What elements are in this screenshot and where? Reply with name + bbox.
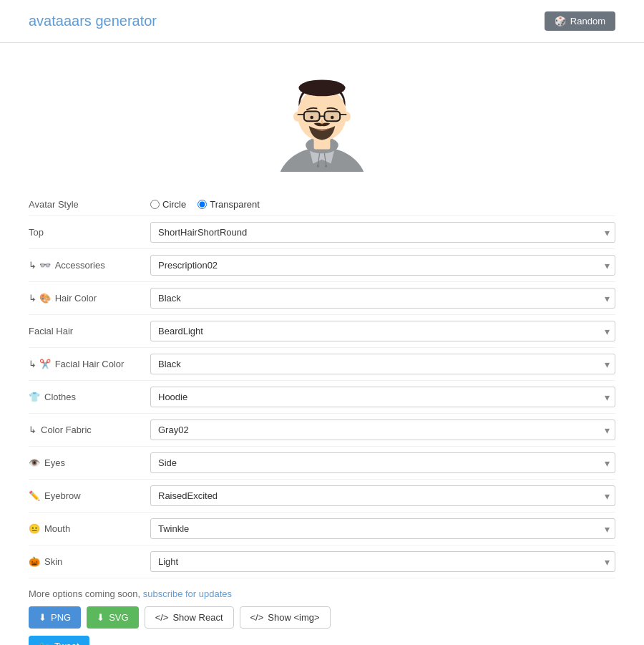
- app-title: avataaars generator: [29, 13, 157, 29]
- hair-color-icon: ↳ 🎨: [29, 293, 51, 304]
- eyebrow-select[interactable]: RaisedExcited Angry AngryNatural Default…: [150, 485, 615, 506]
- facial-hair-select[interactable]: BeardLight Blank BeardMajestic BeardMedi…: [150, 321, 615, 341]
- eyebrow-select-wrapper: RaisedExcited Angry AngryNatural Default…: [150, 485, 615, 506]
- skin-icon: 🎃: [29, 556, 40, 567]
- accessories-label: ↳ 👓 Accessories: [29, 260, 150, 271]
- top-select[interactable]: ShortHairShortRound LongHairBob Hat Hija…: [150, 222, 615, 243]
- skin-row: 🎃 Skin Light Black Brown DarkBrown Pale …: [29, 545, 615, 578]
- clothes-label: 👕 Clothes: [29, 392, 150, 402]
- action-buttons: ⬇ PNG ⬇ SVG </> Show React </> Show <img…: [29, 606, 615, 629]
- dice-icon: 🎲: [555, 16, 566, 26]
- facial-hair-color-row: ↳ ✂️ Facial Hair Color Black Auburn Blon…: [29, 348, 615, 381]
- code-img-icon: </>: [250, 612, 264, 623]
- avatar-display: [265, 57, 379, 172]
- color-fabric-row: ↳ Color Fabric Gray02 Black Blue01 Blue0…: [29, 414, 615, 447]
- svg-point-8: [293, 112, 301, 122]
- hair-color-label: ↳ 🎨 Hair Color: [29, 293, 150, 304]
- download-png-icon: ⬇: [39, 612, 47, 623]
- twitter-icon: 🐦: [39, 641, 50, 645]
- eyes-select-wrapper: Side Close Cry Default Dizzy EyeRoll Hap…: [150, 452, 615, 473]
- subscribe-link[interactable]: subscribe for updates: [143, 588, 232, 599]
- clothes-icon: 👕: [29, 392, 40, 402]
- top-select-wrapper: ShortHairShortRound LongHairBob Hat Hija…: [150, 222, 615, 243]
- code-react-icon: </>: [155, 612, 169, 623]
- avatar-preview-area: [29, 57, 615, 172]
- facial-hair-label: Facial Hair: [29, 326, 150, 336]
- clothes-select-wrapper: Hoodie BlazerShirt BlazerSweater CollarS…: [150, 387, 615, 407]
- svg-point-3: [317, 165, 319, 167]
- top-label: Top: [29, 227, 150, 238]
- color-fabric-label: ↳ Color Fabric: [29, 425, 150, 435]
- random-button[interactable]: 🎲 Random: [545, 11, 615, 31]
- color-fabric-select[interactable]: Gray02 Black Blue01 Blue02 Gray01 Heathe…: [150, 420, 615, 440]
- eyebrow-label: ✏️ Eyebrow: [29, 490, 150, 501]
- eyes-label: 👁️ Eyes: [29, 457, 150, 468]
- top-row: Top ShortHairShortRound LongHairBob Hat …: [29, 216, 615, 249]
- facial-hair-color-select[interactable]: Black Auburn Blonde Brown Red: [150, 354, 615, 374]
- mouth-icon: 😐: [29, 523, 40, 534]
- color-fabric-select-wrapper: Gray02 Black Blue01 Blue02 Gray01 Heathe…: [150, 420, 615, 440]
- svg-button[interactable]: ⬇ SVG: [87, 606, 138, 629]
- eyebrow-row: ✏️ Eyebrow RaisedExcited Angry AngryNatu…: [29, 480, 615, 513]
- facial-hair-select-wrapper: BeardLight Blank BeardMajestic BeardMedi…: [150, 321, 615, 341]
- avatar-style-input: Circle Transparent: [150, 199, 615, 210]
- clothes-row: 👕 Clothes Hoodie BlazerShirt BlazerSweat…: [29, 381, 615, 414]
- scissors-icon: ↳ ✂️: [29, 359, 51, 369]
- hair-color-row: ↳ 🎨 Hair Color Black Auburn Blonde Brown…: [29, 282, 615, 315]
- eyes-row: 👁️ Eyes Side Close Cry Default Dizzy Eye…: [29, 447, 615, 480]
- accessories-select-wrapper: Prescription02 Blank Kurt Prescription01…: [150, 255, 615, 276]
- transparent-radio-label[interactable]: Transparent: [197, 199, 260, 210]
- accessories-select[interactable]: Prescription02 Blank Kurt Prescription01…: [150, 255, 615, 276]
- svg-point-9: [343, 112, 351, 122]
- avatar-style-row: Avatar Style Circle Transparent: [29, 193, 615, 216]
- facial-hair-row: Facial Hair BeardLight Blank BeardMajest…: [29, 315, 615, 348]
- pencil-icon: ✏️: [29, 490, 40, 501]
- controls-section: Avatar Style Circle Transparent Top Shor…: [29, 193, 615, 578]
- transparent-label: Transparent: [210, 199, 260, 210]
- download-svg-icon: ⬇: [97, 612, 104, 623]
- eyes-icon: 👁️: [29, 457, 40, 468]
- show-react-button[interactable]: </> Show React: [145, 606, 234, 629]
- facial-hair-color-select-wrapper: Black Auburn Blonde Brown Red: [150, 354, 615, 374]
- svg-point-7: [298, 79, 345, 96]
- color-fabric-icon: ↳: [29, 425, 36, 435]
- mouth-select[interactable]: Twinkle Default Disbelief Eating Grimace…: [150, 518, 615, 539]
- accessories-row: ↳ 👓 Accessories Prescription02 Blank Kur…: [29, 249, 615, 282]
- tweet-button-row: 🐦 Tweet: [29, 636, 615, 645]
- hair-color-select-wrapper: Black Auburn Blonde Brown Red: [150, 288, 615, 309]
- options-text: More options coming soon, subscribe for …: [29, 588, 615, 599]
- show-img-button[interactable]: </> Show <img>: [240, 606, 331, 629]
- circle-radio[interactable]: [150, 200, 160, 209]
- skin-select[interactable]: Light Black Brown DarkBrown Pale Tanned …: [150, 551, 615, 572]
- clothes-select[interactable]: Hoodie BlazerShirt BlazerSweater CollarS…: [150, 387, 615, 407]
- circle-radio-label[interactable]: Circle: [150, 199, 186, 210]
- mouth-select-wrapper: Twinkle Default Disbelief Eating Grimace…: [150, 518, 615, 539]
- tweet-button[interactable]: 🐦 Tweet: [29, 636, 89, 645]
- hair-color-select[interactable]: Black Auburn Blonde Brown Red: [150, 288, 615, 309]
- transparent-radio[interactable]: [197, 200, 207, 209]
- skin-select-wrapper: Light Black Brown DarkBrown Pale Tanned …: [150, 551, 615, 572]
- circle-label: Circle: [162, 199, 186, 210]
- accessories-icon: ↳ 👓: [29, 260, 51, 271]
- png-button[interactable]: ⬇ PNG: [29, 606, 81, 629]
- skin-label: 🎃 Skin: [29, 556, 150, 567]
- facial-hair-color-label: ↳ ✂️ Facial Hair Color: [29, 359, 150, 369]
- svg-point-18: [331, 116, 334, 120]
- svg-point-4: [325, 165, 327, 167]
- mouth-label: 😐 Mouth: [29, 523, 150, 534]
- eyes-select[interactable]: Side Close Cry Default Dizzy EyeRoll Hap…: [150, 452, 615, 473]
- mouth-row: 😐 Mouth Twinkle Default Disbelief Eating…: [29, 513, 615, 545]
- avatar-style-label: Avatar Style: [29, 199, 150, 210]
- svg-point-17: [310, 116, 313, 120]
